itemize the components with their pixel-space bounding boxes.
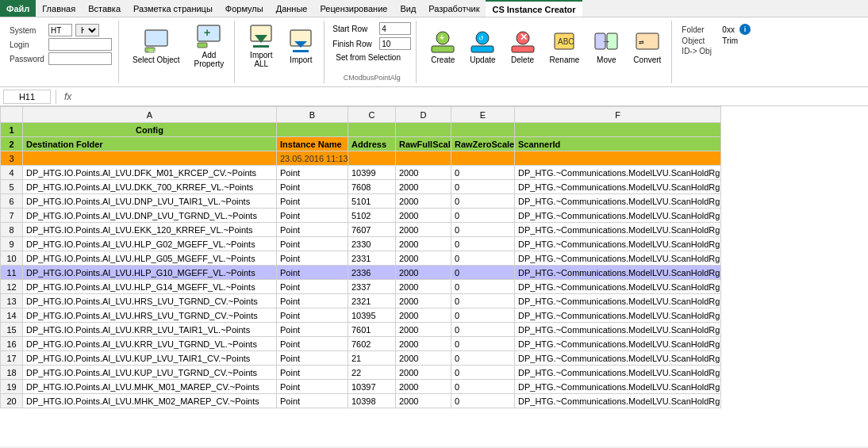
row-number[interactable]: 4 — [1, 166, 23, 180]
table-cell[interactable] — [451, 151, 515, 166]
add-property-button[interactable]: + AddProperty — [188, 22, 229, 70]
table-cell[interactable]: 0 — [451, 308, 515, 323]
table-cell[interactable]: Point — [277, 294, 348, 308]
table-cell[interactable] — [451, 123, 515, 137]
table-cell[interactable]: 2000 — [396, 351, 451, 366]
row-number[interactable]: 17 — [1, 351, 23, 366]
table-cell[interactable]: DP_HTG.IO.Points.AI_LVU.DNP_LVU_TAIR1_VL… — [23, 194, 277, 209]
table-cell[interactable]: DP_HTG.~Communications.ModelLVU.ScanHold… — [515, 251, 721, 266]
table-cell[interactable]: DP_HTG.IO.Points.AI_LVU.KUP_LVU_TGRND_CV… — [23, 366, 277, 380]
table-cell[interactable]: 5101 — [348, 194, 396, 209]
row-number[interactable]: 11 — [1, 266, 23, 280]
delete-button[interactable]: ✕ Delete — [505, 22, 541, 70]
table-cell[interactable]: 2336 — [348, 266, 396, 280]
table-cell[interactable]: DP_HTG.~Communications.ModelLVU.ScanHold… — [515, 209, 721, 223]
rename-button[interactable]: ABC Rename — [544, 22, 586, 70]
table-cell[interactable]: Point — [277, 280, 348, 294]
table-cell[interactable]: 2000 — [396, 366, 451, 380]
row-number[interactable]: 20 — [1, 394, 23, 408]
table-cell[interactable]: RawFullScale — [396, 137, 451, 151]
row-number[interactable]: 7 — [1, 209, 23, 223]
row-number[interactable]: 19 — [1, 380, 23, 394]
login-input[interactable] — [48, 38, 112, 51]
row-number[interactable]: 13 — [1, 294, 23, 308]
table-cell[interactable]: 7602 — [348, 337, 396, 351]
table-cell[interactable]: 0 — [451, 351, 515, 366]
table-cell[interactable]: DP_HTG.~Communications.ModelLVU.ScanHold… — [515, 237, 721, 251]
col-header-d[interactable]: D — [396, 107, 451, 123]
table-cell[interactable]: DP_HTG.IO.Points.AI_LVU.DKK_700_KRREF_VL… — [23, 180, 277, 194]
table-cell[interactable]: Config — [23, 123, 277, 137]
menu-cs-instance[interactable]: CS Instance Creator — [486, 0, 582, 17]
table-cell[interactable]: 2000 — [396, 251, 451, 266]
import-all-button[interactable]: ImportALL — [243, 22, 279, 70]
table-cell[interactable]: ScannerId — [515, 137, 721, 151]
table-cell[interactable]: DP_HTG.IO.Points.AI_LVU.HLP_G10_MGEFF_VL… — [23, 266, 277, 280]
menu-home[interactable]: Главная — [36, 0, 82, 17]
table-cell[interactable]: 0 — [451, 251, 515, 266]
table-cell[interactable]: 0 — [451, 194, 515, 209]
table-cell[interactable]: Address — [348, 137, 396, 151]
table-cell[interactable]: 2000 — [396, 280, 451, 294]
table-cell[interactable]: DP_HTG.~Communications.ModelLVU.ScanHold… — [515, 394, 721, 408]
table-cell[interactable]: 5102 — [348, 209, 396, 223]
table-cell[interactable]: Point — [277, 337, 348, 351]
formula-input[interactable] — [78, 92, 865, 101]
table-cell[interactable]: DP_HTG.IO.Points.AI_LVU.HLP_G02_MGEFF_VL… — [23, 237, 277, 251]
table-cell[interactable]: 2000 — [396, 380, 451, 394]
table-cell[interactable]: 0 — [451, 366, 515, 380]
table-cell[interactable]: 2337 — [348, 280, 396, 294]
table-cell[interactable]: DP_HTG.IO.Points.AI_LVU.MHK_M02_MAREP_CV… — [23, 394, 277, 408]
table-cell[interactable]: DP_HTG.~Communications.ModelLVU.ScanHold… — [515, 180, 721, 194]
table-cell[interactable]: DP_HTG.IO.Points.AI_LVU.HLP_G05_MGEFF_VL… — [23, 251, 277, 266]
table-cell[interactable]: Point — [277, 209, 348, 223]
system-dropdown[interactable]: HT — [75, 24, 99, 36]
system-input[interactable] — [48, 24, 72, 36]
row-number[interactable]: 16 — [1, 337, 23, 351]
table-cell[interactable]: DP_HTG.~Communications.ModelLVU.ScanHold… — [515, 280, 721, 294]
table-cell[interactable]: Point — [277, 266, 348, 280]
table-cell[interactable]: DP_HTG.IO.Points.AI_LVU.MHK_M01_MAREP_CV… — [23, 380, 277, 394]
table-cell[interactable]: DP_HTG.IO.Points.AI_LVU.HRS_LVU_TGRND_CV… — [23, 308, 277, 323]
move-button[interactable]: → Move — [588, 22, 624, 70]
col-header-a[interactable]: A — [23, 107, 277, 123]
table-cell[interactable]: 2331 — [348, 251, 396, 266]
col-header-c[interactable]: C — [348, 107, 396, 123]
row-number[interactable]: 2 — [1, 137, 23, 151]
table-cell[interactable]: RawZeroScale — [451, 137, 515, 151]
row-number[interactable]: 18 — [1, 366, 23, 380]
row-number[interactable]: 3 — [1, 151, 23, 166]
table-cell[interactable]: 2000 — [396, 394, 451, 408]
update-button[interactable]: ↺ Update — [464, 22, 501, 70]
start-row-input[interactable] — [379, 22, 411, 35]
table-cell[interactable]: 10399 — [348, 166, 396, 180]
table-cell[interactable]: Point — [277, 351, 348, 366]
table-cell[interactable]: 7601 — [348, 323, 396, 337]
table-cell[interactable]: Point — [277, 251, 348, 266]
table-cell[interactable]: 0 — [451, 394, 515, 408]
table-cell[interactable]: 0 — [451, 180, 515, 194]
table-cell[interactable]: 2000 — [396, 166, 451, 180]
col-header-f[interactable]: F — [515, 107, 721, 123]
table-cell[interactable]: DP_HTG.IO.Points.AI_LVU.KUP_LVU_TAIR1_CV… — [23, 351, 277, 366]
table-cell[interactable]: Point — [277, 394, 348, 408]
table-cell[interactable]: 7607 — [348, 223, 396, 237]
row-number[interactable]: 10 — [1, 251, 23, 266]
set-from-selection-button[interactable]: Set from Selection — [332, 52, 411, 63]
table-cell[interactable]: DP_HTG.~Communications.ModelLVU.ScanHold… — [515, 323, 721, 337]
table-cell[interactable]: DP_HTG.~Communications.ModelLVU.ScanHold… — [515, 366, 721, 380]
col-header-e[interactable]: E — [451, 107, 515, 123]
table-cell[interactable]: 2000 — [396, 237, 451, 251]
row-number[interactable]: 8 — [1, 223, 23, 237]
row-number[interactable]: 12 — [1, 280, 23, 294]
table-cell[interactable]: 0 — [451, 380, 515, 394]
row-number[interactable]: 6 — [1, 194, 23, 209]
table-cell[interactable]: 2000 — [396, 294, 451, 308]
table-cell[interactable]: DP_HTG.~Communications.ModelLVU.ScanHold… — [515, 294, 721, 308]
table-cell[interactable]: DP_HTG.IO.Points.AI_LVU.DFK_M01_KRCEP_CV… — [23, 166, 277, 180]
table-cell[interactable]: DP_HTG.IO.Points.AI_LVU.KRR_LVU_TAIR1_VL… — [23, 323, 277, 337]
table-cell[interactable]: 2000 — [396, 308, 451, 323]
table-cell[interactable]: 2000 — [396, 337, 451, 351]
table-cell[interactable]: Point — [277, 166, 348, 180]
table-cell[interactable]: Point — [277, 223, 348, 237]
